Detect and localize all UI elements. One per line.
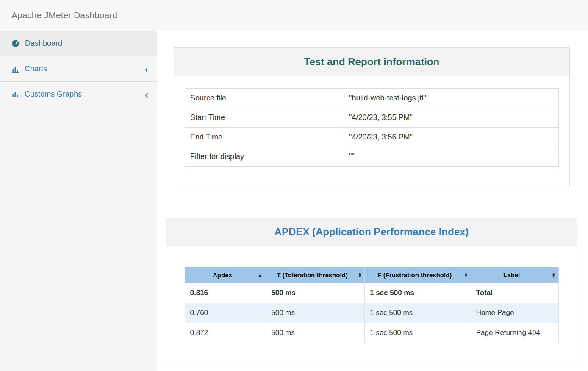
info-row-label: Filter for display [185, 147, 344, 167]
test-info-panel: Test and Report information Source file … [174, 47, 570, 187]
sidebar: Dashboard Charts ‹ [0, 31, 157, 371]
apdex-table: Apdex ▲ T (Toleration threshold) ▴▾ F (F… [185, 267, 559, 343]
chevron-left-icon[interactable]: ‹ [144, 89, 148, 100]
info-row-label: End Time [185, 128, 344, 147]
bar-chart-icon [11, 65, 19, 73]
apdex-cell: 0.760 [185, 303, 266, 323]
sort-down-glyph: ▾ [358, 275, 361, 278]
sort-down-glyph: ▾ [552, 275, 555, 278]
column-header-label: Label [503, 271, 520, 279]
chevron-left-icon[interactable]: ‹ [144, 64, 148, 75]
table-row: Source file "build-web-test-logs.jtl" [185, 89, 559, 108]
table-row: Start Time "4/20/23, 3:55 PM" [185, 108, 559, 128]
test-info-panel-body: Source file "build-web-test-logs.jtl" St… [174, 88, 569, 167]
page-layout: Dashboard Charts ‹ [0, 31, 588, 371]
sidebar-item-charts[interactable]: Charts ‹ [0, 56, 157, 82]
table-header-row: Apdex ▲ T (Toleration threshold) ▴▾ F (F… [185, 267, 558, 283]
apdex-panel-heading: APDEX (Application Performance Index) [166, 218, 577, 246]
column-header-frustration[interactable]: F (Frustration threshold) ▴▾ [364, 267, 471, 283]
table-row: 0.872 500 ms 1 sec 500 ms Page Returning… [185, 323, 558, 343]
table-row: 0.760 500 ms 1 sec 500 ms Home Page [185, 303, 558, 323]
info-row-value: "" [344, 147, 559, 167]
table-row: Filter for display "" [185, 147, 559, 167]
sidebar-item-label: Dashboard [25, 39, 62, 48]
toleration-cell: 500 ms [266, 323, 365, 343]
sort-ascending-icon: ▲ [258, 273, 262, 278]
sidebar-item-customs-graphs[interactable]: Customs Graphs ‹ [0, 82, 157, 107]
frustration-cell: 1 sec 500 ms [364, 303, 471, 323]
sidebar-item-label: Customs Graphs [25, 90, 82, 99]
sidebar-item-label: Charts [25, 64, 47, 73]
bar-chart-icon [11, 91, 19, 98]
toleration-cell: 500 ms [266, 283, 365, 303]
frustration-cell: 1 sec 500 ms [364, 323, 471, 343]
info-row-value: "4/20/23, 3:56 PM" [344, 128, 559, 147]
apdex-cell: 0.816 [185, 283, 266, 303]
label-cell: Home Page [471, 303, 558, 323]
info-row-value: "4/20/23, 3:55 PM" [344, 108, 559, 128]
sort-icon: ▴▾ [358, 272, 361, 278]
sort-icon: ▴▾ [552, 272, 555, 278]
frustration-cell: 1 sec 500 ms [364, 283, 471, 303]
label-cell: Total [471, 283, 558, 303]
sort-icon: ▴▾ [465, 272, 467, 278]
test-info-table: Source file "build-web-test-logs.jtl" St… [185, 88, 559, 167]
main-content: Test and Report information Source file … [157, 31, 588, 371]
sort-down-glyph: ▾ [465, 275, 467, 278]
column-header-toleration[interactable]: T (Toleration threshold) ▴▾ [266, 267, 365, 283]
apdex-panel-body: Apdex ▲ T (Toleration threshold) ▴▾ F (F… [166, 267, 577, 343]
column-header-label: T (Toleration threshold) [277, 271, 348, 279]
apdex-cell: 0.872 [185, 323, 266, 343]
toleration-cell: 500 ms [266, 303, 365, 323]
table-row: 0.816 500 ms 1 sec 500 ms Total [185, 283, 558, 303]
column-header-label: F (Frustration threshold) [377, 271, 452, 279]
dashboard-icon [11, 39, 19, 47]
table-row: End Time "4/20/23, 3:56 PM" [185, 128, 559, 147]
apdex-title: APDEX (Application Performance Index) [275, 226, 469, 238]
column-header-apdex[interactable]: Apdex ▲ [185, 267, 266, 283]
app-header: Apache JMeter Dashboard [0, 0, 588, 31]
label-cell: Page Returning 404 [471, 323, 558, 343]
column-header-label: Apdex [213, 271, 232, 279]
info-row-label: Source file [185, 89, 344, 108]
app-title: Apache JMeter Dashboard [11, 10, 117, 20]
column-header-label-col[interactable]: Label ▴▾ [471, 267, 558, 283]
test-info-title: Test and Report information [304, 56, 440, 68]
info-row-value: "build-web-test-logs.jtl" [344, 89, 559, 108]
apdex-panel: APDEX (Application Performance Index) Ap… [166, 218, 577, 363]
test-info-panel-heading: Test and Report information [174, 48, 569, 76]
info-row-label: Start Time [185, 108, 344, 128]
sidebar-item-dashboard[interactable]: Dashboard [0, 31, 157, 56]
